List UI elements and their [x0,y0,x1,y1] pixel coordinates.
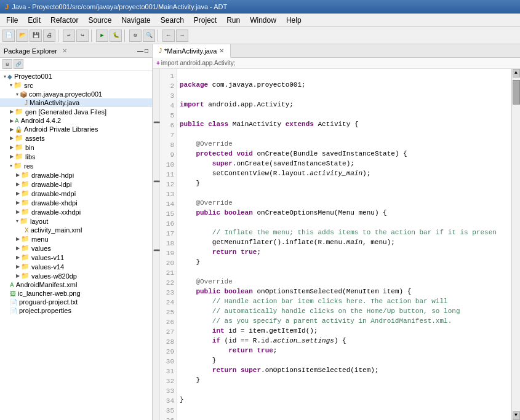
menu-refactor[interactable]: Refactor [47,15,82,26]
label-values-v14: values-v14 [31,263,64,271]
tab-close-button[interactable]: ✕ [219,47,224,54]
tree-item-values-w820dp[interactable]: ▶ 📁 values-w820dp [0,271,152,280]
pe-maximize-icon[interactable]: □ [145,47,148,54]
tree-item-src[interactable]: ▾ 📁 src [0,81,152,90]
search-toolbar-button[interactable]: 🔍 [143,30,155,42]
arrow-menu: ▶ [16,236,20,242]
tree-item-drawable-xxhdpi[interactable]: ▶ 📁 drawable-xxhdpi [0,207,152,216]
breadcrumb: + import android.app.Activity; [153,58,520,69]
tab-mainactivity[interactable]: J *MainActivity.java ✕ [153,44,231,58]
prev-button[interactable]: ← [162,30,175,42]
pe-link-with-editor[interactable]: 🔗 [14,59,23,69]
next-button[interactable]: → [176,30,188,42]
editor-scrollbar[interactable]: ▲ ▼ [511,69,520,420]
scroll-up-button[interactable]: ▲ [513,69,520,77]
android-icon: A [15,117,19,124]
values-v14-icon: 📁 [21,263,30,271]
undo-button[interactable]: ↩ [63,30,75,42]
tree-item-projectprops[interactable]: 📄 project.properties [0,306,152,315]
menu-navigate[interactable]: Navigate [118,15,154,26]
print-button[interactable]: 🖨 [43,30,55,42]
debug-button[interactable]: 🐛 [110,30,122,42]
arrow-layout: ▾ [16,218,18,224]
code-scroll-area[interactable]: package com.javaya.proyecto001; import a… [177,69,511,420]
arrow-drawable-ldpi: ▶ [16,181,20,187]
code-content[interactable]: package com.javaya.proyecto001; import a… [177,69,511,416]
tree-item-androidmanifest[interactable]: A AndroidManifest.xml [0,280,152,289]
tree-item-menu[interactable]: ▶ 📁 menu [0,234,152,244]
fold-marker-1[interactable]: ➖ [153,119,160,126]
menu-help[interactable]: Help [282,15,305,26]
label-drawable-mdpi: drawable-mdpi [31,190,76,197]
main-layout: Package Explorer ✕ — □ ⊟ 🔗 ▾ ◆ Proyecto0… [0,44,520,420]
open-button[interactable]: 📂 [16,30,28,42]
new-button[interactable]: 📄 [2,30,15,42]
run-button[interactable]: ▶ [96,30,108,42]
arrow-values-v11: ▶ [16,255,20,260]
tree-item-proguard[interactable]: 📄 proguard-project.txt [0,298,152,306]
line-numbers: 1 2 3 4 5 6 7 8 9 10 11 12 13 14 15 16 1… [160,69,177,420]
arrow-drawable-hdpi: ▶ [16,172,20,178]
tree-item-drawable-ldpi[interactable]: ▶ 📁 drawable-ldpi [0,180,152,189]
tab-java-icon: J [159,47,162,54]
menu-edit[interactable]: Edit [24,15,44,26]
tree-item-drawable-mdpi[interactable]: ▶ 📁 drawable-mdpi [0,189,152,198]
build-button[interactable]: ⚙ [129,30,142,42]
tree-item-values-v14[interactable]: ▶ 📁 values-v14 [0,262,152,271]
drawable-xxhdpi-icon: 📁 [21,208,30,216]
pe-title-label: Package Explorer [4,47,57,55]
menu-window[interactable]: Window [246,15,280,26]
tree-item-drawable-xhdpi[interactable]: ▶ 📁 drawable-xhdpi [0,198,152,207]
tree-item-androidprivate[interactable]: ▶ 🔒 Android Private Libraries [0,125,152,133]
scroll-thumb[interactable] [513,80,520,105]
pe-toolbar: ⊟ 🔗 [0,58,152,71]
tree-item-gen[interactable]: ▶ 📁 gen [Generated Java Files] [0,107,152,116]
tree-item-activity-main-xml[interactable]: X activity_main.xml [0,226,152,234]
tree-item-values[interactable]: ▶ 📁 values [0,244,152,253]
tree-item-layout[interactable]: ▾ 📁 layout [0,216,152,226]
label-mainactivity: MainActivity.java [30,99,79,106]
pe-minimize-icon[interactable]: — [137,47,143,54]
sep4 [158,30,160,42]
arrow-gen: ▶ [10,109,14,114]
tree-item-proyecto001[interactable]: ▾ ◆ Proyecto001 [0,72,152,81]
menu-file[interactable]: File [2,15,22,26]
tree-item-iclauncher[interactable]: 🖼 ic_launcher-web.png [0,289,152,298]
sep2 [91,30,94,42]
fold-marker-2[interactable]: ➖ [153,178,160,185]
tree-item-bin[interactable]: ▶ 📁 bin [0,143,152,152]
pe-collapse-all[interactable]: ⊟ [2,59,12,69]
arrow-values-v14: ▶ [16,264,20,269]
label-drawable-xhdpi: drawable-xhdpi [31,199,78,207]
label-bin: bin [25,144,34,151]
redo-button[interactable]: ↪ [76,30,89,42]
label-layout: layout [30,218,48,225]
tree-item-mainactivity[interactable]: J MainActivity.java [0,98,152,107]
menu-search[interactable]: Search [157,15,188,26]
fold-marker-3[interactable]: ➖ [153,247,160,254]
menu-project[interactable]: Project [190,15,220,26]
scroll-down-button[interactable]: ▼ [513,411,520,420]
tree-item-android442[interactable]: ▶ A Android 4.4.2 [0,116,152,125]
tree-item-values-v11[interactable]: ▶ 📁 values-v11 [0,253,152,262]
label-menu: menu [31,236,49,243]
label-activity-main-xml: activity_main.xml [31,226,82,234]
gen-folder-icon: 📁 [15,108,23,116]
tree-item-drawable-hdpi[interactable]: ▶ 📁 drawable-hdpi [0,170,152,180]
tree-item-pkg[interactable]: ▾ 📦 com.javaya.proyecto001 [0,90,152,98]
menu-bar: File Edit Refactor Source Navigate Searc… [0,14,520,27]
tree-item-res[interactable]: ▾ 📁 res [0,161,152,170]
arrow-drawable-xhdpi: ▶ [16,200,20,205]
label-android442: Android 4.4.2 [21,117,61,124]
app-icon: J [5,3,9,10]
manifest-icon: A [10,282,14,288]
save-button[interactable]: 💾 [30,30,42,42]
menu-source[interactable]: Source [84,15,115,26]
arrow-drawable-xxhdpi: ▶ [16,209,20,215]
pe-close-icon[interactable]: ✕ [62,47,67,54]
tree-item-libs[interactable]: ▶ 📁 libs [0,152,152,161]
package-explorer: Package Explorer ✕ — □ ⊟ 🔗 ▾ ◆ Proyecto0… [0,44,153,420]
tree-item-assets[interactable]: ▶ 📁 assets [0,133,152,143]
bin-icon: 📁 [15,143,23,151]
menu-run[interactable]: Run [223,15,244,26]
